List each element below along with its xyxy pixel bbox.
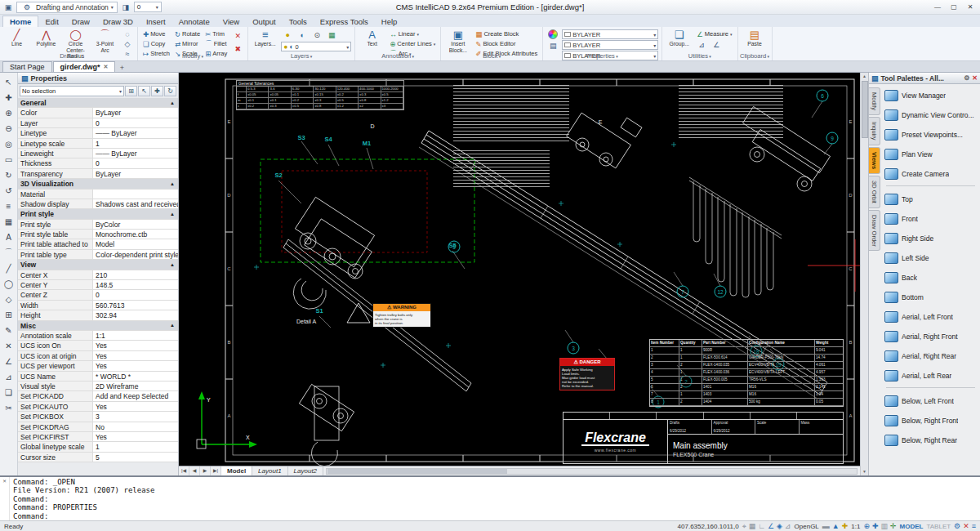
- property-row[interactable]: UCS icon On Yes: [18, 341, 178, 350]
- property-row[interactable]: UCS icon at origin Yes: [18, 351, 178, 361]
- palette-item[interactable]: Dynamic View Contro...: [883, 105, 978, 125]
- tab-layout2[interactable]: Layout2: [288, 466, 323, 475]
- tab-close-icon[interactable]: ✕: [104, 64, 109, 70]
- distance-icon[interactable]: ⊿: [695, 39, 708, 51]
- layer-lock-icon[interactable]: ⊙: [310, 29, 323, 41]
- property-row[interactable]: Linetype —— ByLayer: [18, 128, 178, 138]
- construction-line-icon[interactable]: ◌: [121, 29, 134, 38]
- selection-combo[interactable]: No selection: [20, 86, 124, 96]
- property-value[interactable]: 1: [93, 442, 178, 451]
- scroll-down-icon[interactable]: ▼: [862, 468, 866, 475]
- quick-select-icon[interactable]: ↖: [138, 86, 150, 96]
- angle-icon[interactable]: ∠: [710, 39, 723, 51]
- property-value[interactable]: 5: [93, 453, 178, 462]
- polygon-tool-icon[interactable]: ◇: [2, 292, 16, 306]
- palette-item[interactable]: View Manager: [883, 86, 978, 105]
- angle-tool-icon[interactable]: ∠: [2, 354, 16, 368]
- property-row[interactable]: Material: [18, 190, 178, 199]
- layer-combo[interactable]: ● ◐ 0: [281, 42, 351, 51]
- property-row[interactable]: UCS Name * WORLD *: [18, 372, 178, 382]
- property-value[interactable]: 2D Wireframe: [93, 382, 178, 390]
- palette-item[interactable]: Below, Right Rear: [883, 431, 978, 450]
- property-row[interactable]: Center Y 148.5: [18, 280, 178, 290]
- layers-list-icon[interactable]: ≡: [2, 199, 16, 213]
- property-value[interactable]: No: [93, 422, 178, 431]
- zoom-extents-icon[interactable]: ▭: [2, 152, 16, 167]
- text-tool-icon[interactable]: A: [2, 230, 16, 244]
- workspace-switch-icon[interactable]: ⚙: [954, 523, 960, 530]
- tablet-toggle[interactable]: TABLET: [926, 523, 951, 530]
- property-row[interactable]: Print table type Color-dependent print s…: [18, 250, 178, 260]
- property-value[interactable]: 0: [93, 290, 178, 299]
- workspace-combo[interactable]: ⚙Drafting and Annotation: [16, 2, 118, 13]
- doc-tab-girder[interactable]: girder.dwg*✕: [53, 61, 116, 72]
- command-history[interactable]: Command: _OPENFile Version: R21 (2007) r…: [10, 477, 158, 520]
- measure-tool-icon[interactable]: ⊿: [2, 369, 16, 384]
- text-button[interactable]: A Text: [359, 28, 385, 47]
- quick-view-icon[interactable]: ▥: [881, 523, 889, 530]
- property-value[interactable]: 560.7613: [93, 301, 178, 310]
- tab-insert[interactable]: Insert: [140, 16, 172, 27]
- property-value[interactable]: Yes: [93, 402, 178, 411]
- property-row[interactable]: Annotation scale 1:1: [18, 331, 178, 341]
- palette-item[interactable]: Bottom: [883, 288, 978, 307]
- property-row[interactable]: Lineweight —— ByLayer: [18, 149, 178, 158]
- vertical-scrollbar[interactable]: ▲ ▼: [860, 73, 868, 475]
- view-undo-icon[interactable]: ↺: [2, 183, 16, 198]
- trim-tool-icon[interactable]: ✂: [2, 400, 16, 415]
- crosshair-icon[interactable]: ✛: [890, 523, 897, 530]
- drawing-canvas[interactable]: E D C B A E D C B A: [179, 73, 860, 466]
- property-row[interactable]: Print table attached to Model: [18, 239, 178, 249]
- property-row[interactable]: Layer 0: [18, 118, 178, 128]
- select-icon[interactable]: ↖: [2, 74, 16, 89]
- property-value[interactable]: ByLayer: [93, 169, 178, 178]
- property-value[interactable]: Color-dependent print style: [93, 250, 178, 259]
- paste-button[interactable]: ▤ Paste: [742, 28, 768, 47]
- property-row[interactable]: Set PICKADD Add and Keep Selected: [18, 391, 178, 401]
- arc-tool-icon[interactable]: ⌒: [2, 245, 16, 260]
- property-row[interactable]: UCS per viewport Yes: [18, 361, 178, 371]
- pickadd-toggle-icon[interactable]: ↻: [164, 86, 176, 96]
- tab-tools[interactable]: Tools: [283, 16, 314, 27]
- property-value[interactable]: 210: [93, 270, 178, 279]
- save-icon[interactable]: ▣: [2, 2, 15, 13]
- close-status-icon[interactable]: ✕: [963, 523, 969, 530]
- measure-button[interactable]: ∠Measure▾: [695, 29, 733, 38]
- property-value[interactable]: 0: [93, 118, 178, 127]
- tool-palettes-header[interactable]: ▤ Tool Palettes - All... ⚙ ✕: [869, 73, 980, 84]
- layer-on-icon[interactable]: ●: [281, 29, 294, 41]
- create-block-button[interactable]: ▦Create Block: [474, 29, 539, 38]
- trim-button[interactable]: ✂Trim: [203, 29, 229, 38]
- zoom-out-icon[interactable]: ⊖: [2, 121, 16, 136]
- property-value[interactable]: 0: [93, 158, 178, 167]
- horizontal-scrollbar[interactable]: [326, 468, 858, 475]
- command-window[interactable]: ✕ Command: _OPENFile Version: R21 (2007)…: [0, 475, 980, 520]
- block-editor-button[interactable]: ✎Block Editor: [474, 39, 539, 48]
- property-row[interactable]: Center X 210: [18, 270, 178, 280]
- color-combo[interactable]: BYLAYER: [562, 29, 658, 39]
- palette-item[interactable]: Below, Right Front: [883, 411, 978, 431]
- layer-state-icon[interactable]: ▦: [325, 29, 338, 41]
- tab-view[interactable]: View: [216, 16, 246, 27]
- palette-tab-views[interactable]: Views: [869, 147, 880, 174]
- properties-group-label[interactable]: Properties: [543, 52, 662, 60]
- palette-item[interactable]: Back: [883, 268, 978, 288]
- erase-tool-icon[interactable]: ✕: [2, 338, 16, 353]
- quick-layer-combo[interactable]: 0: [134, 2, 162, 12]
- property-row[interactable]: Linetype scale 1: [18, 139, 178, 149]
- preview-icon[interactable]: ◨: [119, 2, 132, 13]
- property-value[interactable]: 302.94: [93, 310, 178, 319]
- tab-edit[interactable]: Edit: [38, 16, 65, 27]
- property-value[interactable]: 148.5: [93, 280, 178, 289]
- dyn-input-icon[interactable]: ✚: [872, 523, 879, 530]
- property-value[interactable]: Yes: [93, 432, 178, 441]
- property-value[interactable]: 1: [93, 139, 178, 148]
- layers-button[interactable]: ≡ Layers...: [252, 28, 278, 47]
- property-row[interactable]: Color ByLayer: [18, 108, 178, 118]
- palette-tab-3d-orbit[interactable]: 3D Orbit: [869, 176, 880, 208]
- centerlines-button[interactable]: ⊕Center Lines▾: [388, 39, 437, 48]
- palette-tab-modify[interactable]: Modify: [869, 87, 880, 115]
- property-value[interactable]: Shadows cast and received: [93, 199, 178, 208]
- property-value[interactable]: Yes: [93, 341, 178, 350]
- layer-freeze-icon[interactable]: ◐: [296, 29, 309, 41]
